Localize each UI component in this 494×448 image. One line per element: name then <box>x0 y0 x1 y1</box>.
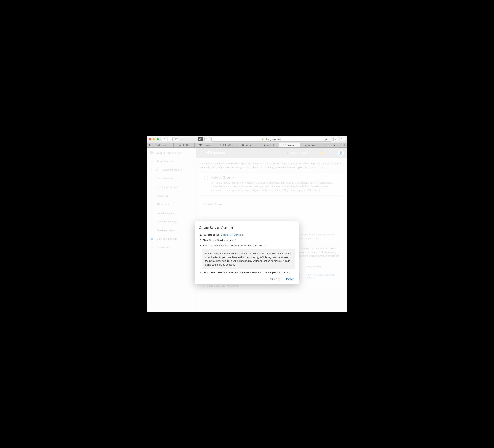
tab-api-active[interactable]: API access… <box>279 143 300 147</box>
tab-bug[interactable]: Bug 59400:… <box>173 143 195 147</box>
minimize-window-button[interactable] <box>153 138 155 140</box>
sidebar-toggle-button[interactable] <box>174 137 179 141</box>
tab-delivery[interactable]: delivery.ac… <box>153 143 174 147</box>
private-key-info: At this point, you will have the option … <box>203 249 295 269</box>
tab-api-1[interactable]: API access… <box>195 143 216 147</box>
step-2: Click 'Create Service Account'. <box>203 238 295 242</box>
back-button[interactable]: 〈 <box>162 137 167 141</box>
tab-bar: Co delivery.ac… Bug 59400:… API access… … <box>147 143 347 148</box>
step-4: Click "Done" below and ensure that the n… <box>203 271 295 274</box>
url-host: play.google.com <box>265 138 282 141</box>
google-api-console-link[interactable]: Google API Console. <box>220 233 244 236</box>
done-button[interactable]: DONE <box>286 278 294 281</box>
browser-toolbar: 〈 〉 G ⓘ 🔒 play.google.com 🔊 ⟳ <box>147 136 347 143</box>
lock-icon: 🔒 <box>261 138 264 140</box>
tab-fragmen[interactable]: Fragmen…🔊 <box>258 143 279 147</box>
tab-grammarly[interactable]: Grammarly <box>237 143 258 147</box>
reload-button[interactable]: ⟳ <box>329 138 331 141</box>
browser-window: 〈 〉 G ⓘ 🔒 play.google.com 🔊 ⟳ Co <box>147 136 347 312</box>
forward-button[interactable]: 〉 <box>168 137 173 141</box>
svg-rect-4 <box>342 138 344 140</box>
svg-rect-0 <box>175 138 178 140</box>
maximize-window-button[interactable] <box>157 138 159 140</box>
create-service-account-dialog: Create Service Account Navigate to the G… <box>195 221 299 284</box>
new-tab-button[interactable]: + <box>342 143 347 147</box>
step-3: Fill in the details for the service acco… <box>203 244 295 247</box>
cancel-button[interactable]: CANCEL <box>270 278 281 281</box>
sound-indicator-icon[interactable]: 🔊 <box>325 138 328 141</box>
tab-publish[interactable]: Publish to G… <box>216 143 237 147</box>
traffic-lights <box>149 138 159 140</box>
grammarly-extension-icon[interactable]: G <box>198 137 203 141</box>
page-content: Google Play Console ← All applications ▼… <box>147 148 347 312</box>
address-bar[interactable]: 🔒 play.google.com 🔊 ⟳ <box>211 137 332 142</box>
step-1: Navigate to the Google API Console. <box>203 233 295 237</box>
tab-stores[interactable]: Stores · Sm… <box>321 143 342 147</box>
tab-service[interactable]: Service acc… <box>300 143 321 147</box>
tab-pinned[interactable]: Co <box>147 143 153 147</box>
dialog-title: Create Service Account <box>199 226 295 230</box>
info-icon[interactable]: ⓘ <box>204 137 210 141</box>
tabs-overview-button[interactable] <box>340 137 345 141</box>
share-button[interactable] <box>333 137 339 141</box>
close-window-button[interactable] <box>149 138 151 140</box>
sound-icon: 🔊 <box>273 144 275 146</box>
